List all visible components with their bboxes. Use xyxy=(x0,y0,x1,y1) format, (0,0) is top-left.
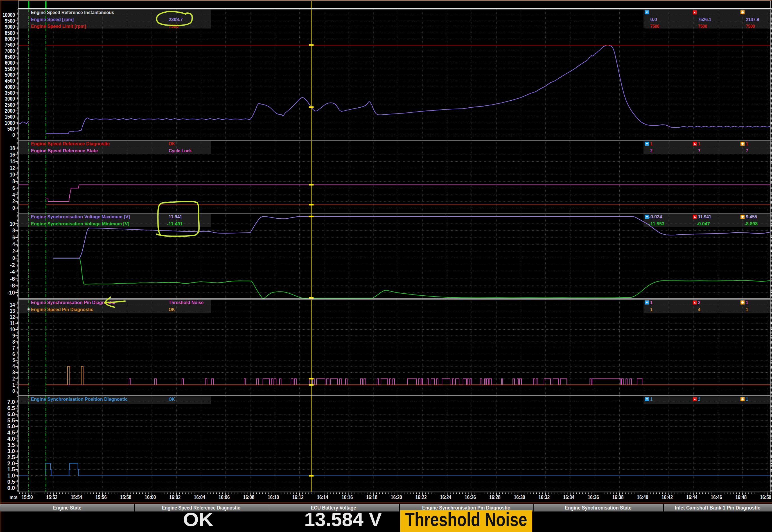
svg-text:Cycle Lock: Cycle Lock xyxy=(169,148,192,153)
svg-text:16:12: 16:12 xyxy=(292,494,303,500)
svg-text:0: 0 xyxy=(12,205,15,211)
svg-text:16:24: 16:24 xyxy=(440,494,451,500)
svg-text:7526.1: 7526.1 xyxy=(698,17,711,22)
svg-text:3.0: 3.0 xyxy=(7,448,15,454)
svg-text:1500: 1500 xyxy=(5,114,15,120)
svg-text:10000: 10000 xyxy=(3,12,15,18)
svg-text:12: 12 xyxy=(10,314,15,320)
svg-text:6500: 6500 xyxy=(5,54,15,60)
svg-text:16:46: 16:46 xyxy=(711,494,722,500)
svg-text:16:16: 16:16 xyxy=(341,494,353,500)
svg-text:Engine Speed Pin Diagnostic: Engine Speed Pin Diagnostic xyxy=(31,307,93,312)
svg-text:-0.024: -0.024 xyxy=(649,214,662,219)
svg-text:16:04: 16:04 xyxy=(194,494,205,500)
svg-text:6000: 6000 xyxy=(5,60,15,66)
svg-text:Engine Speed Limit [rpm]: Engine Speed Limit [rpm] xyxy=(31,24,86,29)
svg-text:14: 14 xyxy=(10,302,15,308)
svg-text:Engine Synchronisation Pin Dia: Engine Synchronisation Pin Diagnostic xyxy=(31,300,115,305)
svg-text:16:00: 16:00 xyxy=(145,494,156,500)
svg-text:1: 1 xyxy=(746,397,748,402)
svg-text:1: 1 xyxy=(746,307,748,312)
svg-text:0.0: 0.0 xyxy=(650,17,657,22)
svg-text:16:06: 16:06 xyxy=(218,494,230,500)
svg-text:2.0: 2.0 xyxy=(7,460,15,467)
svg-text:0.0: 0.0 xyxy=(7,485,15,491)
svg-text:4.0: 4.0 xyxy=(7,436,15,442)
svg-text:11.941: 11.941 xyxy=(698,214,711,219)
svg-text:13.584 V: 13.584 V xyxy=(304,509,382,530)
svg-text:11: 11 xyxy=(10,320,15,326)
svg-text:8: 8 xyxy=(12,227,15,234)
svg-text:1: 1 xyxy=(12,382,15,388)
svg-text:OK: OK xyxy=(169,397,175,402)
svg-text:2: 2 xyxy=(698,300,700,305)
svg-text:3000: 3000 xyxy=(5,96,15,102)
svg-text:16:26: 16:26 xyxy=(465,494,476,500)
svg-text:2500: 2500 xyxy=(5,102,15,108)
svg-text:-2: -2 xyxy=(10,262,15,268)
svg-text:16:20: 16:20 xyxy=(391,494,402,500)
svg-text:1: 1 xyxy=(698,141,700,146)
svg-text:1.5: 1.5 xyxy=(7,466,15,472)
svg-text:Engine Speed Reference State: Engine Speed Reference State xyxy=(31,148,98,153)
svg-text:13: 13 xyxy=(10,308,15,314)
svg-text:Threshold Noise: Threshold Noise xyxy=(169,300,203,305)
svg-text:6: 6 xyxy=(12,234,15,241)
svg-text:1: 1 xyxy=(650,307,653,312)
svg-text:16:34: 16:34 xyxy=(563,494,574,500)
svg-text:-8.898: -8.898 xyxy=(744,221,758,226)
svg-text:-10: -10 xyxy=(7,289,15,296)
svg-text:Engine Speed Reference Instant: Engine Speed Reference Instantaneous xyxy=(31,10,114,15)
svg-text:15:52: 15:52 xyxy=(46,494,57,500)
svg-text:2147.9: 2147.9 xyxy=(746,17,759,22)
svg-text:Threshold Noise: Threshold Noise xyxy=(405,509,527,530)
svg-text:-8: -8 xyxy=(10,282,15,289)
svg-text:4: 4 xyxy=(698,307,701,312)
svg-text:16:08: 16:08 xyxy=(243,494,254,500)
svg-text:8500: 8500 xyxy=(5,30,15,36)
svg-text:5.5: 5.5 xyxy=(7,417,15,424)
svg-text:16:30: 16:30 xyxy=(514,494,525,500)
svg-text:9000: 9000 xyxy=(5,24,15,30)
svg-text:-0.047: -0.047 xyxy=(697,221,710,226)
svg-text:OK: OK xyxy=(169,141,175,146)
svg-text:16:44: 16:44 xyxy=(686,494,698,500)
svg-text:15:56: 15:56 xyxy=(95,494,107,500)
svg-text:18: 18 xyxy=(10,145,15,151)
svg-text:7500: 7500 xyxy=(169,24,178,29)
svg-text:8: 8 xyxy=(12,178,15,184)
svg-text:16:32: 16:32 xyxy=(538,494,550,500)
svg-text:5500: 5500 xyxy=(5,66,15,72)
svg-text:Engine Synchronisation Voltage: Engine Synchronisation Voltage Minimum [… xyxy=(31,221,129,226)
svg-text:16:28: 16:28 xyxy=(489,494,501,500)
svg-text:0: 0 xyxy=(12,388,15,394)
svg-text:16:22: 16:22 xyxy=(416,494,427,500)
svg-text:1000: 1000 xyxy=(5,120,15,126)
svg-text:4000: 4000 xyxy=(5,84,15,90)
svg-text:OK: OK xyxy=(183,509,213,530)
svg-text:10: 10 xyxy=(10,326,15,332)
svg-text:2000: 2000 xyxy=(5,108,15,114)
svg-text:1: 1 xyxy=(746,141,748,146)
svg-text:Engine Synchronisation Positio: Engine Synchronisation Position Diagnost… xyxy=(31,397,128,402)
svg-text:500: 500 xyxy=(7,126,15,132)
svg-text:4500: 4500 xyxy=(5,78,15,84)
svg-text:5: 5 xyxy=(12,357,15,363)
svg-text:15:54: 15:54 xyxy=(71,494,82,500)
svg-text:2: 2 xyxy=(12,248,15,254)
svg-text:4: 4 xyxy=(12,241,15,247)
svg-text:Engine Speed [rpm]: Engine Speed [rpm] xyxy=(31,17,74,22)
svg-text:1: 1 xyxy=(650,300,653,305)
svg-text:7: 7 xyxy=(12,345,15,351)
svg-text:-11.553: -11.553 xyxy=(649,221,664,226)
svg-text:-4: -4 xyxy=(10,269,15,275)
svg-text:4: 4 xyxy=(12,363,15,369)
svg-text:5.0: 5.0 xyxy=(7,423,15,429)
svg-text:0: 0 xyxy=(12,255,15,261)
svg-text:8000: 8000 xyxy=(5,36,15,42)
svg-text:Engine State: Engine State xyxy=(53,505,81,511)
svg-text:16:42: 16:42 xyxy=(662,494,673,500)
svg-text:Engine Synchronisation State: Engine Synchronisation State xyxy=(565,505,631,511)
svg-text:7500: 7500 xyxy=(746,24,755,29)
svg-text:11.941: 11.941 xyxy=(169,214,182,219)
